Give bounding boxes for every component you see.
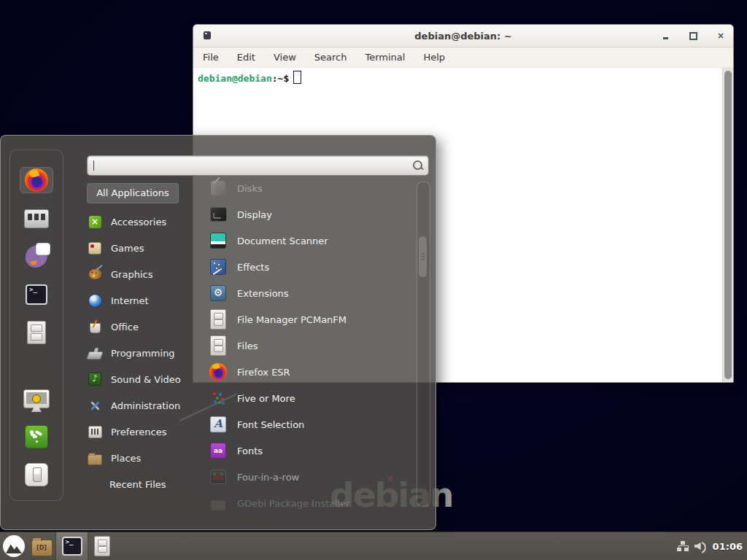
app-fonts[interactable]: aa Fonts xyxy=(209,438,417,464)
font-selection-icon: A xyxy=(210,416,226,432)
close-icon: × xyxy=(717,31,724,40)
terminal-window-icon xyxy=(204,31,211,39)
terminal-scrollbar[interactable] xyxy=(722,68,733,382)
minimize-button[interactable] xyxy=(660,31,670,41)
volume-icon[interactable] xyxy=(694,541,707,551)
pidgin-icon xyxy=(26,246,47,268)
terminal-titlebar[interactable]: debian@debian: ~ × xyxy=(193,25,733,47)
folder-icon: [D] xyxy=(31,540,53,556)
category-list: Accessories Games Graphics Internet Offi… xyxy=(87,209,204,497)
category-games[interactable]: Games xyxy=(87,235,204,261)
app-four-in-a-row[interactable]: Four-in-a-row xyxy=(209,464,417,490)
app-extensions[interactable]: ⚙ Extensions xyxy=(209,280,417,306)
file-cabinet-icon xyxy=(210,309,226,330)
category-recent-files[interactable]: Recent Files xyxy=(87,471,204,497)
file-cabinet-icon xyxy=(27,321,46,344)
app-files[interactable]: Files xyxy=(209,332,417,359)
menu-file[interactable]: File xyxy=(201,50,221,64)
app-firefox-esr[interactable]: Firefox ESR xyxy=(209,359,417,385)
category-preferences[interactable]: Preferences xyxy=(87,419,204,445)
accessories-icon xyxy=(89,216,101,228)
terminal-cursor xyxy=(293,71,301,84)
app-five-or-more[interactable]: Five or More xyxy=(209,385,417,411)
menu-launcher-button[interactable] xyxy=(0,532,28,560)
category-accessories[interactable]: Accessories xyxy=(87,209,204,235)
favorite-pidgin-button[interactable] xyxy=(20,244,53,269)
network-icon[interactable] xyxy=(677,541,689,551)
scrollbar-grip-dots xyxy=(421,257,425,257)
app-search-input[interactable] xyxy=(88,156,428,175)
search-icon xyxy=(413,160,422,170)
terminal-prompt-line: debian@debian:~$ xyxy=(198,71,301,84)
favorite-mixer-button[interactable] xyxy=(20,206,53,231)
display-icon xyxy=(210,207,227,222)
all-applications-button[interactable]: All Applications xyxy=(87,183,179,203)
files-launcher[interactable] xyxy=(88,532,116,560)
app-font-selection[interactable]: A Font Selection xyxy=(209,411,417,438)
category-internet[interactable]: Internet xyxy=(87,287,204,314)
application-menu: >_ All Applications xyxy=(0,135,436,530)
terminal-scrollbar-thumb[interactable] xyxy=(724,71,732,379)
app-list-scrollbar[interactable] xyxy=(417,182,430,507)
places-icon xyxy=(88,454,102,465)
clock[interactable]: 01:06 xyxy=(713,541,743,552)
screen: debian debian@debian: ~ × File Edit View… xyxy=(0,0,747,560)
category-programming[interactable]: Programming xyxy=(87,340,204,366)
lock-screen-button[interactable] xyxy=(20,386,53,411)
shut-down-icon xyxy=(25,463,48,486)
favorite-terminal-button[interactable]: >_ xyxy=(20,282,53,307)
menu-help[interactable]: Help xyxy=(421,50,447,64)
app-document-scanner[interactable]: Document Scanner xyxy=(209,228,417,254)
taskbar-launchers: [D] >_ xyxy=(0,532,116,560)
log-out-icon xyxy=(25,425,48,448)
five-or-more-icon xyxy=(211,391,225,405)
terminal-title: debian@debian: ~ xyxy=(193,31,733,42)
favorites-panel: >_ xyxy=(9,149,63,501)
menu-button-icon xyxy=(3,535,25,557)
office-icon xyxy=(90,323,101,333)
app-display[interactable]: Display xyxy=(209,201,417,228)
lock-screen-icon xyxy=(23,389,50,408)
terminal-task-button[interactable]: >_ xyxy=(55,532,88,560)
app-file-manager-pcmanfm[interactable]: File Manager PCManFM xyxy=(209,306,417,332)
maximize-icon xyxy=(689,32,697,40)
category-office[interactable]: Office xyxy=(87,314,204,340)
app-disks[interactable]: Disks xyxy=(209,175,417,201)
menu-edit[interactable]: Edit xyxy=(235,50,258,64)
favorite-firefox-button[interactable] xyxy=(20,167,53,193)
administration-icon xyxy=(88,399,101,412)
application-list: Disks Display Document Scanner Effects ⚙… xyxy=(209,175,417,516)
effects-icon xyxy=(210,259,226,275)
prompt-path: :~$ xyxy=(272,73,289,84)
menu-terminal[interactable]: Terminal xyxy=(363,50,407,64)
maximize-button[interactable] xyxy=(688,31,698,41)
terminal-icon: >_ xyxy=(26,284,47,305)
four-in-a-row-icon xyxy=(210,470,226,484)
app-gdebi-package-installer[interactable]: GDebi Package Installer xyxy=(209,490,417,516)
disks-icon xyxy=(211,181,225,195)
app-effects[interactable]: Effects xyxy=(209,254,417,280)
taskbar: [D] >_ 01:06 xyxy=(0,532,747,560)
menu-search[interactable]: Search xyxy=(312,50,349,64)
internet-icon xyxy=(88,294,102,308)
menu-view[interactable]: View xyxy=(271,50,298,64)
close-button[interactable]: × xyxy=(716,31,726,41)
app-list-scrollbar-thumb[interactable] xyxy=(419,236,427,277)
search-caret xyxy=(93,160,94,171)
log-out-button[interactable] xyxy=(20,424,53,449)
prompt-user-host: debian@debian xyxy=(198,73,272,84)
extensions-icon: ⚙ xyxy=(210,285,226,301)
category-places[interactable]: Places xyxy=(87,445,204,471)
category-graphics[interactable]: Graphics xyxy=(87,261,204,287)
terminal-menubar: File Edit View Search Terminal Help xyxy=(193,47,733,68)
file-manager-launcher[interactable]: [D] xyxy=(28,532,55,560)
shut-down-button[interactable] xyxy=(20,462,53,487)
file-cabinet-icon xyxy=(94,536,110,556)
category-administration[interactable]: Administration xyxy=(87,392,204,419)
audio-mixer-icon xyxy=(24,209,49,228)
programming-icon xyxy=(86,351,104,359)
favorite-files-button[interactable] xyxy=(20,320,53,345)
category-sound-video[interactable]: ♪ Sound & Video xyxy=(87,366,204,392)
system-tray: 01:06 xyxy=(677,532,743,560)
preferences-icon xyxy=(88,426,102,438)
